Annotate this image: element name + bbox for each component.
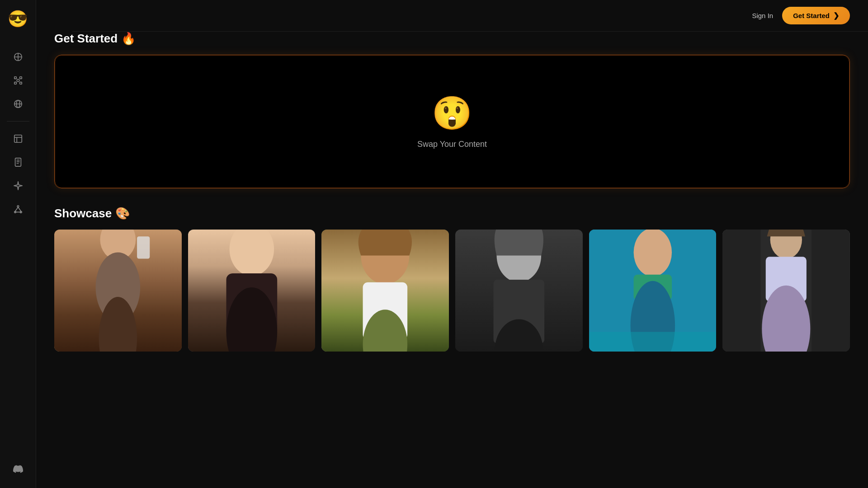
svg-rect-14 (15, 158, 21, 166)
svg-rect-44 (812, 230, 850, 352)
arrow-icon: ❯ (833, 11, 839, 20)
face-scan-icon[interactable] (8, 70, 28, 90)
showcase-card-1[interactable] (54, 230, 182, 352)
main-content: Get Started 🔥 😲 Swap Your Content Showca… (36, 0, 868, 488)
network-icon[interactable] (8, 199, 28, 219)
topbar-actions: Sign In Get Started ❯ (752, 7, 850, 24)
svg-rect-3 (14, 77, 16, 79)
upload-area[interactable]: 😲 Swap Your Content (54, 55, 850, 188)
get-started-button[interactable]: Get Started ❯ (782, 7, 850, 24)
showcase-card-2[interactable] (188, 230, 316, 352)
globe-icon[interactable] (8, 94, 28, 114)
svg-rect-41 (589, 332, 717, 352)
sidebar: 😎 (0, 0, 36, 488)
svg-point-7 (17, 79, 19, 82)
svg-line-21 (15, 207, 18, 211)
svg-rect-6 (19, 82, 22, 84)
showcase-card-4[interactable] (455, 230, 583, 352)
app-logo[interactable]: 😎 (6, 7, 30, 31)
upload-emoji: 😲 (432, 94, 472, 132)
showcase-card-6[interactable] (722, 230, 850, 352)
upload-text: Swap Your Content (417, 140, 487, 149)
get-started-section-title: Get Started 🔥 (54, 32, 850, 46)
svg-point-38 (633, 230, 672, 277)
sign-in-button[interactable]: Sign In (752, 12, 773, 19)
discord-icon[interactable] (8, 459, 28, 479)
topbar: Sign In Get Started ❯ (72, 0, 868, 32)
svg-rect-11 (14, 135, 22, 143)
showcase-section-title: Showcase 🎨 (54, 206, 850, 221)
get-started-label: Get Started (793, 12, 830, 19)
document-icon[interactable] (8, 152, 28, 172)
sparkle-icon[interactable] (8, 176, 28, 196)
showcase-card-5[interactable] (589, 230, 717, 352)
svg-rect-43 (722, 230, 761, 352)
album-icon[interactable] (8, 129, 28, 149)
home-icon[interactable] (8, 47, 28, 67)
showcase-card-3[interactable] (321, 230, 449, 352)
svg-rect-27 (137, 236, 150, 258)
svg-rect-5 (14, 82, 16, 84)
svg-point-28 (229, 230, 274, 276)
svg-rect-4 (19, 77, 22, 79)
showcase-grid (54, 230, 850, 352)
svg-line-22 (18, 207, 21, 211)
sidebar-divider (7, 121, 29, 122)
sidebar-bottom (8, 457, 28, 481)
